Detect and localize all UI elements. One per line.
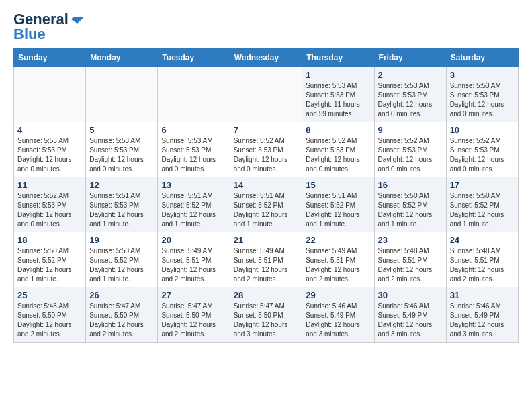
day-number: 12 [89,180,154,190]
day-number: 26 [89,290,154,300]
calendar-header-row: SundayMondayTuesdayWednesdayThursdayFrid… [14,49,519,67]
day-number: 11 [17,180,82,190]
weekday-header-monday: Monday [86,49,158,67]
day-info: Sunrise: 5:52 AM Sunset: 5:53 PM Dayligh… [17,191,82,229]
calendar-week-row: 4Sunrise: 5:53 AM Sunset: 5:53 PM Daylig… [14,122,519,177]
day-info: Sunrise: 5:47 AM Sunset: 5:50 PM Dayligh… [89,302,154,339]
calendar-cell: 29Sunrise: 5:46 AM Sunset: 5:49 PM Dayli… [302,287,374,342]
calendar-cell: 30Sunrise: 5:46 AM Sunset: 5:49 PM Dayli… [374,287,446,342]
calendar-cell: 22Sunrise: 5:49 AM Sunset: 5:51 PM Dayli… [302,232,374,287]
calendar-cell: 13Sunrise: 5:51 AM Sunset: 5:52 PM Dayli… [158,177,230,232]
day-info: Sunrise: 5:53 AM Sunset: 5:53 PM Dayligh… [161,136,226,174]
calendar-cell: 17Sunrise: 5:50 AM Sunset: 5:52 PM Dayli… [446,177,518,232]
calendar-cell: 26Sunrise: 5:47 AM Sunset: 5:50 PM Dayli… [86,287,158,342]
day-number: 8 [306,125,370,135]
day-number: 24 [450,235,515,245]
day-number: 29 [306,290,370,300]
day-info: Sunrise: 5:48 AM Sunset: 5:51 PM Dayligh… [378,246,443,284]
day-info: Sunrise: 5:47 AM Sunset: 5:50 PM Dayligh… [161,302,226,339]
day-info: Sunrise: 5:49 AM Sunset: 5:51 PM Dayligh… [234,246,299,284]
day-number: 17 [450,180,515,190]
weekday-header-saturday: Saturday [446,49,518,67]
weekday-header-tuesday: Tuesday [158,49,230,67]
day-number: 6 [161,125,226,135]
day-number: 22 [306,235,370,245]
calendar-cell: 20Sunrise: 5:49 AM Sunset: 5:51 PM Dayli… [158,232,230,287]
calendar-cell: 1Sunrise: 5:53 AM Sunset: 5:53 PM Daylig… [302,67,374,122]
calendar-cell [230,67,302,122]
day-number: 7 [234,125,299,135]
calendar-cell: 28Sunrise: 5:47 AM Sunset: 5:50 PM Dayli… [230,287,302,342]
day-info: Sunrise: 5:46 AM Sunset: 5:49 PM Dayligh… [450,302,515,339]
calendar-week-row: 1Sunrise: 5:53 AM Sunset: 5:53 PM Daylig… [14,67,519,122]
day-number: 23 [378,235,443,245]
calendar-cell: 9Sunrise: 5:52 AM Sunset: 5:53 PM Daylig… [374,122,446,177]
calendar-body: 1Sunrise: 5:53 AM Sunset: 5:53 PM Daylig… [14,67,519,342]
day-info: Sunrise: 5:47 AM Sunset: 5:50 PM Dayligh… [234,302,299,339]
calendar-week-row: 18Sunrise: 5:50 AM Sunset: 5:52 PM Dayli… [14,232,519,287]
day-number: 30 [378,290,443,300]
day-info: Sunrise: 5:51 AM Sunset: 5:53 PM Dayligh… [89,191,154,229]
day-number: 14 [234,180,299,190]
day-info: Sunrise: 5:53 AM Sunset: 5:53 PM Dayligh… [306,81,370,119]
day-number: 4 [17,125,82,135]
calendar-cell: 7Sunrise: 5:52 AM Sunset: 5:53 PM Daylig… [230,122,302,177]
calendar-cell: 8Sunrise: 5:52 AM Sunset: 5:53 PM Daylig… [302,122,374,177]
logo-bird-icon [70,14,85,25]
day-info: Sunrise: 5:52 AM Sunset: 5:53 PM Dayligh… [450,136,515,174]
calendar-cell: 3Sunrise: 5:53 AM Sunset: 5:53 PM Daylig… [446,67,518,122]
day-info: Sunrise: 5:48 AM Sunset: 5:51 PM Dayligh… [450,246,515,284]
calendar-cell: 14Sunrise: 5:51 AM Sunset: 5:52 PM Dayli… [230,177,302,232]
weekday-header-wednesday: Wednesday [230,49,302,67]
calendar-cell: 16Sunrise: 5:50 AM Sunset: 5:52 PM Dayli… [374,177,446,232]
day-info: Sunrise: 5:46 AM Sunset: 5:49 PM Dayligh… [378,302,443,339]
day-info: Sunrise: 5:50 AM Sunset: 5:52 PM Dayligh… [17,246,82,284]
calendar-week-row: 11Sunrise: 5:52 AM Sunset: 5:53 PM Dayli… [14,177,519,232]
day-number: 21 [234,235,299,245]
day-info: Sunrise: 5:52 AM Sunset: 5:53 PM Dayligh… [378,136,443,174]
day-number: 1 [306,70,370,80]
day-number: 27 [161,290,226,300]
day-number: 31 [450,290,515,300]
day-info: Sunrise: 5:49 AM Sunset: 5:51 PM Dayligh… [306,246,370,284]
day-info: Sunrise: 5:53 AM Sunset: 5:53 PM Dayligh… [89,136,154,174]
calendar-table: SundayMondayTuesdayWednesdayThursdayFrid… [13,48,519,342]
day-number: 5 [89,125,154,135]
calendar-cell: 11Sunrise: 5:52 AM Sunset: 5:53 PM Dayli… [14,177,86,232]
day-info: Sunrise: 5:53 AM Sunset: 5:53 PM Dayligh… [378,81,443,119]
day-number: 13 [161,180,226,190]
calendar-cell: 31Sunrise: 5:46 AM Sunset: 5:49 PM Dayli… [446,287,518,342]
day-info: Sunrise: 5:46 AM Sunset: 5:49 PM Dayligh… [306,302,370,339]
day-number: 28 [234,290,299,300]
calendar-cell: 21Sunrise: 5:49 AM Sunset: 5:51 PM Dayli… [230,232,302,287]
day-info: Sunrise: 5:51 AM Sunset: 5:52 PM Dayligh… [306,191,370,229]
day-number: 16 [378,180,443,190]
calendar-cell: 2Sunrise: 5:53 AM Sunset: 5:53 PM Daylig… [374,67,446,122]
calendar-cell: 18Sunrise: 5:50 AM Sunset: 5:52 PM Dayli… [14,232,86,287]
day-info: Sunrise: 5:51 AM Sunset: 5:52 PM Dayligh… [234,191,299,229]
day-number: 3 [450,70,515,80]
day-info: Sunrise: 5:50 AM Sunset: 5:52 PM Dayligh… [378,191,443,229]
day-info: Sunrise: 5:52 AM Sunset: 5:53 PM Dayligh… [234,136,299,174]
calendar-cell: 4Sunrise: 5:53 AM Sunset: 5:53 PM Daylig… [14,122,86,177]
weekday-header-thursday: Thursday [302,49,374,67]
calendar-cell: 27Sunrise: 5:47 AM Sunset: 5:50 PM Dayli… [158,287,230,342]
day-info: Sunrise: 5:50 AM Sunset: 5:52 PM Dayligh… [89,246,154,284]
calendar-cell: 6Sunrise: 5:53 AM Sunset: 5:53 PM Daylig… [158,122,230,177]
calendar-cell: 25Sunrise: 5:48 AM Sunset: 5:50 PM Dayli… [14,287,86,342]
day-number: 18 [17,235,82,245]
day-number: 2 [378,70,443,80]
day-info: Sunrise: 5:51 AM Sunset: 5:52 PM Dayligh… [161,191,226,229]
logo: General Blue [13,11,85,43]
day-number: 15 [306,180,370,190]
day-number: 10 [450,125,515,135]
day-info: Sunrise: 5:53 AM Sunset: 5:53 PM Dayligh… [450,81,515,119]
day-number: 19 [89,235,154,245]
page-header: General Blue [13,11,519,43]
day-number: 20 [161,235,226,245]
calendar-cell [86,67,158,122]
calendar-cell [158,67,230,122]
weekday-header-sunday: Sunday [14,49,86,67]
calendar-cell: 15Sunrise: 5:51 AM Sunset: 5:52 PM Dayli… [302,177,374,232]
logo-blue: Blue [13,26,46,43]
